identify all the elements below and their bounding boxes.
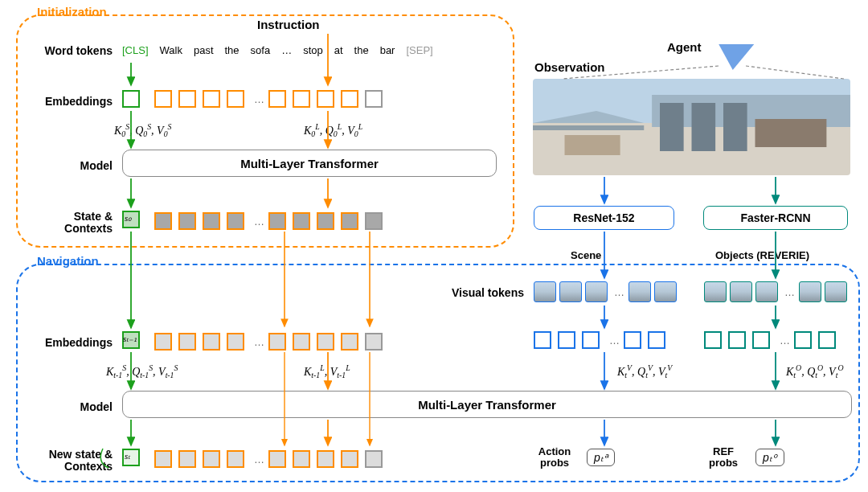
scene-thumb xyxy=(534,281,556,302)
observation-panorama xyxy=(533,79,850,175)
row-label-new-state-contexts: New state & Contexts xyxy=(16,449,113,474)
ctx-token xyxy=(293,212,310,230)
object-emb xyxy=(704,331,722,349)
resnet-box: ResNet-152 xyxy=(534,206,674,230)
ctx-token xyxy=(178,212,196,230)
token-the1: the xyxy=(222,40,243,59)
transformer-nav-box: Multi-Layer Transformer xyxy=(122,391,852,418)
svg-line-26 xyxy=(746,66,844,79)
row-label-embeddings-2: Embeddings xyxy=(16,336,113,349)
object-emb xyxy=(794,331,812,349)
object-thumb xyxy=(730,281,752,302)
embedding-row-init: … xyxy=(122,90,389,108)
kqv-l0: K0L, Q0L, V0L xyxy=(304,122,362,138)
token-walk: Walk xyxy=(157,40,186,59)
kqv-s0: K0S, Q0S, V0S xyxy=(114,122,171,138)
ctx-token xyxy=(341,212,358,230)
row-label-word-tokens: Word tokens xyxy=(16,44,113,57)
header-instruction: Instruction xyxy=(257,18,320,31)
ctx-token xyxy=(268,212,286,230)
dots-icon: … xyxy=(254,93,265,105)
emb-sep-init xyxy=(365,90,383,108)
new-ctx xyxy=(341,450,358,468)
scene-emb xyxy=(648,331,665,349)
object-thumb-row: … xyxy=(704,281,850,302)
emb-token xyxy=(317,90,334,108)
object-thumb xyxy=(799,281,821,302)
token-ellipsis: … xyxy=(278,40,295,59)
header-observation: Observation xyxy=(534,60,605,74)
kqv-l-t1: Kt-1L, Vt-1L xyxy=(304,363,350,379)
new-ctx xyxy=(293,450,310,468)
section-label-navigation: Navigation xyxy=(37,254,99,268)
emb-token-nav xyxy=(341,333,358,351)
emb-token-nav xyxy=(293,333,310,351)
agent-triangle-icon xyxy=(715,44,754,70)
emb-cls-init xyxy=(122,90,140,108)
object-emb-row: … xyxy=(704,331,842,349)
new-ctx xyxy=(178,450,196,468)
header-action-probs: Action probs xyxy=(530,446,579,469)
new-state-context-row: sₜ … xyxy=(122,449,389,469)
dots-icon: … xyxy=(254,215,265,228)
kqv-o-t: KtO, QtO, VtO xyxy=(786,363,843,379)
state-context-row-init: s₀ … xyxy=(122,211,389,232)
svg-rect-5 xyxy=(723,103,747,151)
emb-token xyxy=(154,90,172,108)
new-ctx xyxy=(154,450,172,468)
token-sofa: sofa xyxy=(248,40,274,59)
scene-thumb xyxy=(628,281,651,302)
token-cls: [CLS] xyxy=(119,40,152,59)
new-ctx xyxy=(227,450,244,468)
scene-thumb xyxy=(585,281,608,302)
faster-rcnn-box: Faster-RCNN xyxy=(703,206,848,230)
svg-rect-8 xyxy=(533,125,644,130)
object-emb xyxy=(818,331,836,349)
action-prob-symbol: pₜᵃ xyxy=(594,451,608,464)
section-label-initialization: Initialization xyxy=(37,5,107,18)
dots-icon: … xyxy=(780,334,791,346)
kqv-v-t: KtV, QtV, VtV xyxy=(617,363,672,379)
token-at: at xyxy=(331,40,346,59)
ctx-token xyxy=(203,212,220,230)
svg-rect-6 xyxy=(755,119,827,147)
objects-label: Objects (REVERIE) xyxy=(715,249,809,261)
scene-thumb xyxy=(559,281,582,302)
ctx-token xyxy=(154,212,172,230)
scene-emb xyxy=(534,331,551,349)
emb-token xyxy=(341,90,358,108)
emb-token-nav xyxy=(203,333,220,351)
state-st-label: sₜ xyxy=(125,451,130,461)
emb-token-nav xyxy=(268,333,286,351)
emb-token xyxy=(268,90,286,108)
emb-token xyxy=(293,90,310,108)
action-prob-box: pₜᵃ xyxy=(587,449,615,466)
scene-thumb-row: … xyxy=(534,281,680,302)
token-the2: the xyxy=(351,40,372,59)
object-thumb xyxy=(704,281,727,302)
instruction-token-row: [CLS] Walk past the sofa … stop at the b… xyxy=(119,40,441,59)
svg-rect-4 xyxy=(692,103,716,151)
emb-token xyxy=(178,90,196,108)
scene-label: Scene xyxy=(571,249,601,261)
object-emb xyxy=(728,331,746,349)
transformer-init-box: Multi-Layer Transformer xyxy=(122,150,497,177)
new-sep xyxy=(365,450,383,468)
header-visual-tokens: Visual tokens xyxy=(436,286,524,299)
ref-prob-symbol: pₜᵒ xyxy=(763,451,777,464)
ctx-token xyxy=(227,212,244,230)
kqv-s-t1: Kt-1S, Qt-1S, Vt-1S xyxy=(106,363,178,379)
scene-emb-row: … xyxy=(534,331,672,349)
ref-prob-box: pₜᵒ xyxy=(755,449,784,466)
svg-rect-3 xyxy=(660,103,684,151)
header-ref-probs: REF probs xyxy=(699,446,747,469)
object-thumb xyxy=(755,281,778,302)
header-agent: Agent xyxy=(667,40,702,54)
embedding-row-nav: sₜ₋₁ … xyxy=(122,331,389,352)
dots-icon: … xyxy=(784,286,796,298)
emb-token-nav xyxy=(154,333,172,351)
emb-token xyxy=(227,90,244,108)
dots-icon: … xyxy=(254,453,265,465)
emb-token-nav xyxy=(317,333,334,351)
emb-token-nav xyxy=(178,333,196,351)
